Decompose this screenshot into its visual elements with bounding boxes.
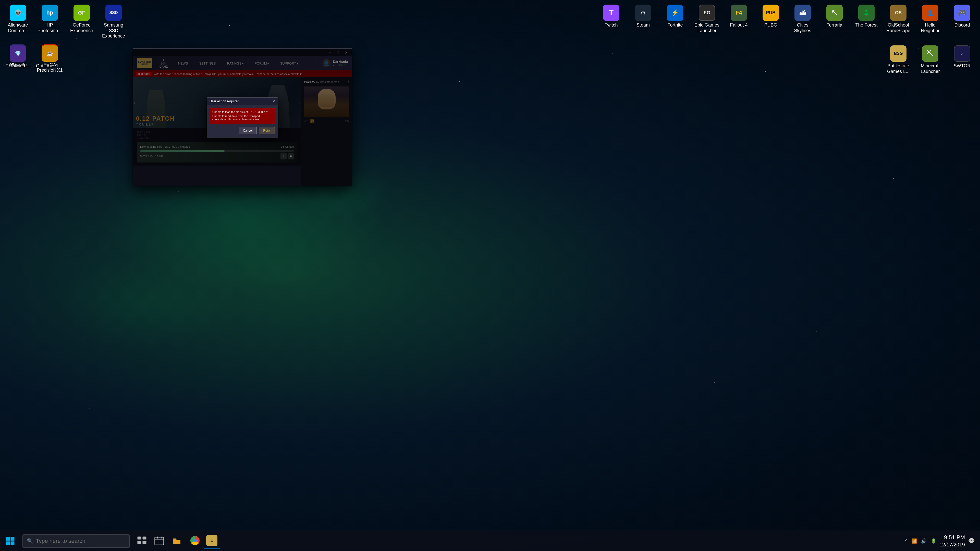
tray-network-icon[interactable]: 📶 [912,538,917,544]
modal-close-button[interactable]: ✕ [272,99,275,103]
tray-volume-icon[interactable]: 🔊 [921,538,927,544]
desktop-icon-twitch[interactable]: T Twitch [596,3,627,30]
desktop-icons-right-row2: BSG Battlestate Games L... ⛏ Minecraft L… [880,41,980,79]
cancel-button[interactable]: Cancel [239,127,257,134]
file-explorer-button[interactable] [169,533,185,549]
modal-error-box: Unable to load the file 'Client.0.12.153… [210,108,275,124]
desktop-icon-epic[interactable]: EG Epic Games Launcher [692,3,722,35]
desktop-icon-bitmorg[interactable]: 💎 BbtMorg [3,43,33,71]
svg-rect-6 [138,541,142,544]
retry-button[interactable]: Retry [259,127,275,134]
svg-rect-0 [6,537,10,540]
modal-error1: Unable to load the file 'Client.0.12.153… [212,110,272,114]
desktop-icons-left-row2: 💎 BbtMorg ☕ OptiFine_1.... [0,41,68,73]
svg-rect-7 [143,541,146,544]
desktop-icon-pubg[interactable]: PUB PUBG [756,3,786,30]
svg-rect-8 [155,537,164,545]
app-window: ─ □ ✕ BATTLE STATE GAMES ⬇ 50% GAME NEWS… [133,48,352,186]
taskbar-search-box[interactable]: 🔍 [22,534,130,548]
desktop-icon-optifine[interactable]: ☕ OptiFine_1.... [35,43,65,71]
desktop-icon-minecraft[interactable]: ⛏ Minecraft Launcher [915,43,945,76]
taskbar: 🔍 [0,530,980,551]
desktop-icon-samsung[interactable]: SSD Samsung SSD Experience [98,3,129,41]
tray-battery-icon[interactable]: 🔋 [931,538,936,544]
svg-rect-2 [6,541,10,545]
taskbar-battlestate-icon[interactable]: ⚔ [204,533,220,549]
modal-body: Unable to load the file 'Client.0.12.153… [207,105,278,137]
desktop-icon-alienware[interactable]: 👽 Alienware Comma... [3,3,33,41]
svg-rect-4 [138,537,142,539]
desktop-icon-terraria[interactable]: ⛏ Terraria [819,3,850,30]
notification-icon[interactable]: 💬 [968,538,975,545]
desktop-icon-oldschool[interactable]: OS OldSchool RuneScape [883,3,914,35]
desktop-icon-fortnite[interactable]: ⚡ Fortnite [660,3,690,30]
modal-buttons: Cancel Retry [210,127,275,134]
desktop-icon-cities[interactable]: 🏙 Cities Skylines [788,3,818,35]
calendar-button[interactable] [151,533,167,549]
svg-rect-1 [11,537,14,540]
desktop-icon-hello-neighbor[interactable]: 👤 Hello Neighbor [915,3,945,35]
modal-error2: Unable to read data from the transport c… [212,114,272,121]
taskbar-chrome-icon[interactable] [187,533,203,549]
modal-titlebar: User action required ✕ [207,98,278,105]
clock[interactable]: 9:51 PM 12/17/2019 [939,534,965,548]
desktop-icon-discord[interactable]: 🎮 Discord [947,3,977,30]
desktop-icons-top-row1: T Twitch ⚙ Steam ⚡ Fortnite EG Epic Game… [593,0,980,38]
modal-overlay: User action required ✕ Unable to load th… [133,49,352,186]
desktop-icon-geforce[interactable]: GF GeForce Experience [66,3,97,41]
system-tray: ^ 📶 🔊 🔋 9:51 PM 12/17/2019 💬 [905,534,980,548]
start-button[interactable] [0,531,21,551]
desktop-icon-forest[interactable]: 🌲 The Forest [851,3,882,30]
taskbar-quick-icons [134,533,185,549]
modal-dialog: User action required ✕ Unable to load th… [207,97,278,138]
desktop-icon-hp[interactable]: hp HP Photosma... [35,3,65,41]
desktop-icon-battlestate[interactable]: BSG Battlestate Games L... [883,43,914,76]
search-icon: 🔍 [27,538,33,544]
desktop-icon-swtor[interactable]: ⚔ SWTOR [947,43,977,76]
search-input[interactable] [36,538,125,545]
desktop-icon-steam[interactable]: ⚙ Steam [628,3,659,30]
svg-rect-3 [11,541,14,545]
svg-rect-5 [143,537,146,539]
task-view-button[interactable] [134,533,150,549]
tray-icons: ^ 📶 🔊 🔋 [905,538,936,544]
tray-arrow-up[interactable]: ^ [905,538,907,544]
taskbar-app-icons: ⚔ [187,533,220,549]
desktop-icon-fallout4[interactable]: F4 Fallout 4 [724,3,754,30]
desktop: T Twitch ⚙ Steam ⚡ Fortnite EG Epic Game… [0,0,980,551]
